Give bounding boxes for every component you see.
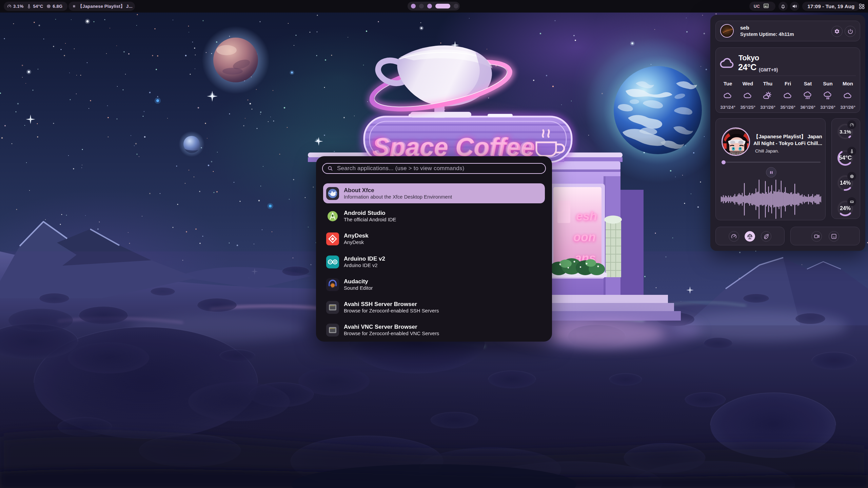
svg-text:TOKYO L: TOKYO L <box>727 152 746 156</box>
svg-text:oon: oon <box>573 230 596 244</box>
svg-text:esh: esh <box>576 209 597 223</box>
